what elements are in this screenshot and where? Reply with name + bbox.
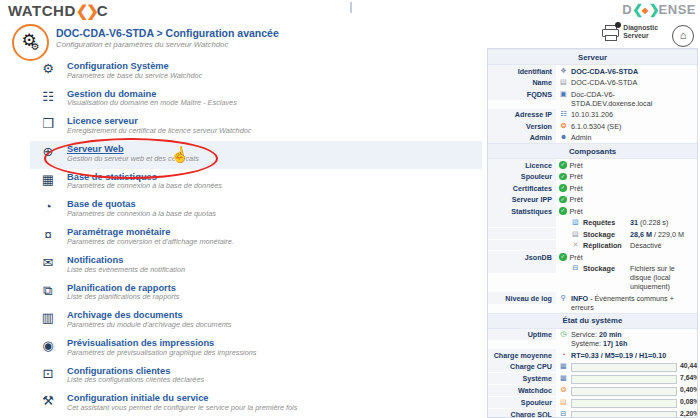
menu-item-text: Gestion du domaine Visualisation du doma…: [67, 89, 237, 108]
menu-item[interactable]: ◉ Prévisualisation des impressions Param…: [30, 335, 482, 363]
log-level-row: Niveau de log ⚲INFO - Évènements communs…: [488, 292, 697, 313]
magnifier-icon: ⚲: [559, 294, 568, 302]
menu-item-subtitle: Paramètres de base du service Watchdoc: [67, 72, 202, 81]
menu-item[interactable]: ⊕ Serveur Web Gestion du serveur web et …: [30, 141, 482, 169]
row-label: Charge CPU: [488, 361, 556, 373]
status-text: Prêt: [570, 184, 583, 193]
home-icon: ⌂: [680, 29, 687, 41]
row-label: [488, 240, 556, 251]
menu-item-icon: ❒: [38, 116, 58, 131]
menu-item-icon: ⊕: [38, 144, 58, 159]
progress-percent: 0,08%: [680, 398, 698, 406]
menu-item-icon: ✉: [38, 255, 58, 270]
row-label: Charge moyenne: [488, 349, 556, 361]
server-info-row: Version ❂6.1.0.5304 (SE): [488, 120, 697, 132]
menu-item-subtitle: Paramètres de connexion à la base de don…: [67, 182, 222, 191]
row-label: [488, 217, 556, 228]
bar-icon: ⊟: [559, 410, 568, 418]
row-label: Adresse IP: [488, 109, 556, 121]
advanced-config-icon: ⚙⚙: [12, 24, 49, 61]
top-divider-mark: [350, 2, 352, 13]
row-icon: ☷: [559, 110, 568, 118]
progress-percent: 0,40%: [680, 386, 698, 394]
bar-icon: ▦: [559, 374, 568, 382]
doxense-logo: D❮◆❯ENSE: [622, 2, 696, 17]
row-label: JsonDB: [488, 251, 556, 263]
load-average-row: Charge moyenne ◔RT=0.33 / M5=0.19 / H1=0…: [488, 349, 697, 361]
menu-item-subtitle: Liste des évènements de notification: [67, 266, 185, 275]
menu-item[interactable]: ⧉ Planification de rapports Liste des pl…: [30, 280, 482, 308]
load-bar-row: Charge SQL ⊟ 2,20%: [488, 409, 697, 418]
row-label: Spouleur: [488, 171, 556, 183]
progress-bar: [571, 363, 677, 372]
watchdoc-logo-accent: ❮❯: [76, 2, 97, 19]
row-label: Name: [488, 77, 556, 89]
status-text: Prêt: [570, 207, 583, 216]
diagnostic-server-button[interactable]: Diagnostic Serveur: [602, 24, 658, 40]
jsondb-storage-subrow: ⊟StockageFichiers sur le disque (local u…: [488, 263, 697, 293]
menu-item[interactable]: ◔ Base de quotas Paramètres de connexion…: [30, 196, 482, 224]
menu-item-icon: ⚒: [38, 393, 58, 408]
progress-bar: [571, 399, 677, 408]
home-button[interactable]: ⌂: [672, 25, 694, 47]
check-icon: ✓: [559, 253, 567, 261]
menu-item-text: Serveur Web Gestion du serveur web et de…: [67, 144, 199, 163]
row-label: Licence: [488, 159, 556, 171]
subrow-icon: ▤: [571, 230, 580, 238]
bar-icon: ❂: [559, 386, 568, 394]
menu-item[interactable]: ¤ Paramétrage monétaire Paramètres de co…: [30, 224, 482, 252]
row-label: [488, 263, 556, 274]
menu-item-icon: ⚙: [38, 61, 58, 76]
menu-item[interactable]: ▥ Archivage des documents Paramètres du …: [30, 307, 482, 335]
menu-item-icon: ▦: [38, 172, 58, 187]
menu-item[interactable]: ☷ Gestion du domaine Visualisation du do…: [30, 86, 482, 114]
section-header-system: État du système: [488, 313, 697, 329]
row-label: Admin: [488, 132, 556, 144]
menu-item-icon: ⊡: [38, 366, 58, 381]
component-status-row: Spouleur ✓Prêt: [488, 171, 697, 183]
menu-item-subtitle: Paramètres de prévisualisation graphique…: [67, 349, 256, 358]
menu-item-icon: ⧉: [38, 283, 58, 298]
menu-item-text: Planification de rapports Liste des plan…: [67, 283, 179, 302]
progress-bar: [571, 387, 677, 396]
row-label: Version: [488, 120, 556, 132]
row-label: Statistiques: [488, 205, 556, 217]
subrow-icon: ▧: [571, 218, 580, 226]
menu-item-text: Archivage des documents Paramètres du mo…: [67, 310, 231, 329]
menu-item[interactable]: ✉ Notifications Liste des évènements de …: [30, 252, 482, 280]
component-status-row: Licence ✓Prêt: [488, 159, 697, 171]
menu-item-icon: ☷: [38, 89, 58, 104]
clock-icon: ◷: [559, 330, 568, 338]
row-label: Serveur IPP: [488, 194, 556, 206]
server-info-row: Adresse IP ☷10.10.31.206: [488, 109, 697, 121]
load-bar-row: Watchdoc ❂ 0,40%: [488, 385, 697, 397]
bar-icon: ▦: [559, 362, 568, 370]
menu-item-subtitle: Visualisation du domaine en mode Maître …: [67, 99, 237, 108]
menu-item-subtitle: Paramètres du module d'archivage des doc…: [67, 321, 231, 330]
row-label: Uptime: [488, 329, 556, 341]
menu-item-text: Configuration Système Paramètres de base…: [67, 61, 202, 80]
row-label: Watchdoc: [488, 385, 556, 397]
menu-item[interactable]: ❒ Licence serveur Enregistrement du cert…: [30, 113, 482, 141]
menu-item-subtitle: Paramètres de connexion à la base de quo…: [67, 210, 216, 219]
section-header-components: Composants: [488, 143, 697, 159]
statistics-subrow: ▧Requêtes31 (0.228 s): [488, 217, 697, 229]
component-status-row: Certificates ✓Prêt: [488, 182, 697, 194]
row-icon: ❂: [559, 122, 568, 130]
menu-item[interactable]: ⊡ Configurations clientes Liste des conf…: [30, 363, 482, 391]
menu-item-text: Base de statistiques Paramètres de conne…: [67, 172, 222, 191]
menu-item-title: Prévisualisation des impressions: [67, 338, 256, 349]
status-text: Prêt: [570, 195, 583, 204]
menu-item-text: Configurations clientes Liste des config…: [67, 366, 204, 385]
menu-item[interactable]: ⚙ Configuration Système Paramètres de ba…: [30, 58, 482, 86]
progress-bar: [571, 411, 677, 418]
menu-item-text: Configuration initiale du service Cet as…: [67, 393, 297, 412]
statistics-subrow: ✕RéplicationDésactivé: [488, 240, 697, 252]
row-label: Spouleur: [488, 397, 556, 409]
breadcrumb[interactable]: DOC-CDA-V6-STDA > Configuration avancée: [56, 27, 279, 39]
menu-item[interactable]: ▦ Base de statistiques Paramètres de con…: [30, 169, 482, 197]
statistics-subrow: ▤Stockage28,6 M / 229,0 M: [488, 228, 697, 240]
menu-item[interactable]: ⚒ Configuration initiale du service Cet …: [30, 390, 482, 418]
load-bar-row: Spouleur ▤ 0,08%: [488, 397, 697, 409]
gauge-icon: ◔: [559, 351, 568, 359]
